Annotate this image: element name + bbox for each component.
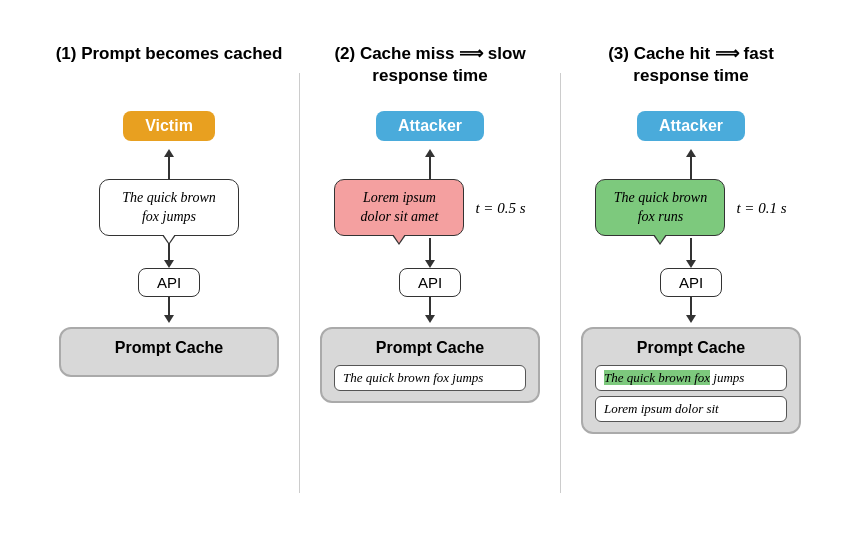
cache-2: Prompt Cache The quick brown fox jumps [320, 327, 540, 403]
col1-title: (1) Prompt becomes cached [56, 43, 283, 93]
column-3: (3) Cache hit ⟹ fast response time Attac… [561, 43, 821, 434]
bubble-2-text: Lorem ipsum dolor sit amet [361, 190, 439, 225]
cache-2-entry-1-text: The quick brown fox jumps [343, 370, 483, 385]
arrow-up-2 [425, 149, 435, 179]
cache-2-entry-1: The quick brown fox jumps [334, 365, 526, 391]
cache-3: Prompt Cache The quick brown fox jumps L… [581, 327, 801, 434]
column-1: (1) Prompt becomes cached Victim The qui… [39, 43, 299, 377]
time-label-3: t = 0.1 s [736, 200, 786, 217]
bubble-row-3: The quick brown fox runs t = 0.1 s [571, 179, 811, 238]
bubble-3: The quick brown fox runs [595, 179, 725, 236]
cache-3-entry-1: The quick brown fox jumps [595, 365, 787, 391]
arrow-up-3 [686, 149, 696, 179]
cache-3-entry-1-normal: jumps [710, 370, 744, 385]
col3-title: (3) Cache hit ⟹ fast response time [571, 43, 811, 93]
api-box-2: API [399, 268, 461, 297]
bubble-row-2: Lorem ipsum dolor sit amet t = 0.5 s [310, 179, 550, 238]
column-2: (2) Cache miss ⟹ slow response time Atta… [300, 43, 560, 403]
bubble-3-normal: runs [655, 209, 683, 224]
bubble-1-text: The quick brown fox jumps [122, 190, 216, 225]
api-box-1: API [138, 268, 200, 297]
diagram: (1) Prompt becomes cached Victim The qui… [0, 23, 860, 513]
arrow-down-2b [425, 297, 435, 323]
victim-box: Victim [123, 111, 215, 141]
arrow-down-2 [425, 238, 435, 268]
bubble-1: The quick brown fox jumps [99, 179, 239, 236]
bubble-2: Lorem ipsum dolor sit amet [334, 179, 464, 236]
cache-3-entry-1-highlight: The quick brown fox [604, 370, 710, 385]
arrow-down-3b [686, 297, 696, 323]
attacker-box-2: Attacker [376, 111, 484, 141]
cache-3-entry-2-text: Lorem ipsum dolor sit [604, 401, 719, 416]
cache-1: Prompt Cache [59, 327, 279, 377]
cache-2-title: Prompt Cache [334, 339, 526, 357]
cache-3-entry-2: Lorem ipsum dolor sit [595, 396, 787, 422]
attacker-box-3: Attacker [637, 111, 745, 141]
time-label-2: t = 0.5 s [475, 200, 525, 217]
col2-title: (2) Cache miss ⟹ slow response time [310, 43, 550, 93]
arrow-up-1 [164, 149, 174, 179]
cache-3-title: Prompt Cache [595, 339, 787, 357]
arrow-down-1b [164, 297, 174, 323]
api-box-3: API [660, 268, 722, 297]
arrow-down-3 [686, 238, 696, 268]
cache-1-title: Prompt Cache [73, 339, 265, 357]
